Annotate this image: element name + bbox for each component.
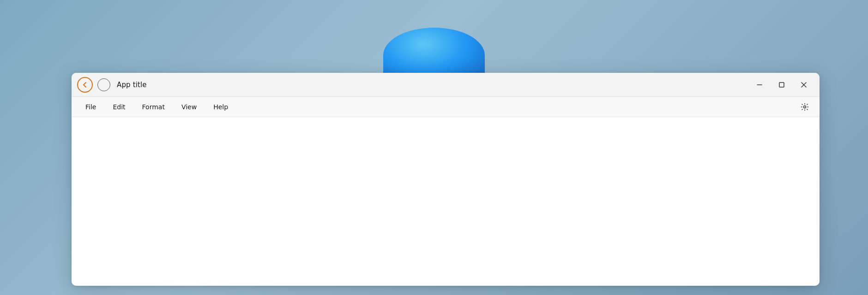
menu-item-edit[interactable]: Edit (106, 100, 132, 113)
close-button[interactable] (794, 77, 814, 93)
content-area (72, 117, 820, 286)
settings-button[interactable] (797, 100, 812, 114)
svg-point-4 (804, 106, 806, 108)
window-controls (749, 77, 814, 93)
menubar: File Edit Format View Help (72, 97, 820, 117)
menu-item-help[interactable]: Help (207, 100, 235, 113)
menubar-items: File Edit Format View Help (79, 100, 797, 113)
menu-item-file[interactable]: File (79, 100, 102, 113)
back-button[interactable] (77, 77, 93, 93)
menu-item-view[interactable]: View (175, 100, 203, 113)
app-title: App title (117, 81, 147, 89)
back-arrow-icon (81, 81, 89, 88)
menu-item-format[interactable]: Format (136, 100, 171, 113)
maximize-icon (779, 82, 784, 88)
close-icon (801, 82, 807, 88)
gear-icon (800, 102, 809, 112)
app-window: App title File Ed (72, 73, 820, 286)
circle-button[interactable] (97, 78, 110, 91)
minimize-button[interactable] (749, 77, 770, 93)
minimize-icon (757, 82, 762, 88)
titlebar-left: App title (77, 77, 749, 93)
svg-rect-1 (779, 83, 784, 87)
titlebar: App title (72, 73, 820, 97)
maximize-button[interactable] (772, 77, 792, 93)
